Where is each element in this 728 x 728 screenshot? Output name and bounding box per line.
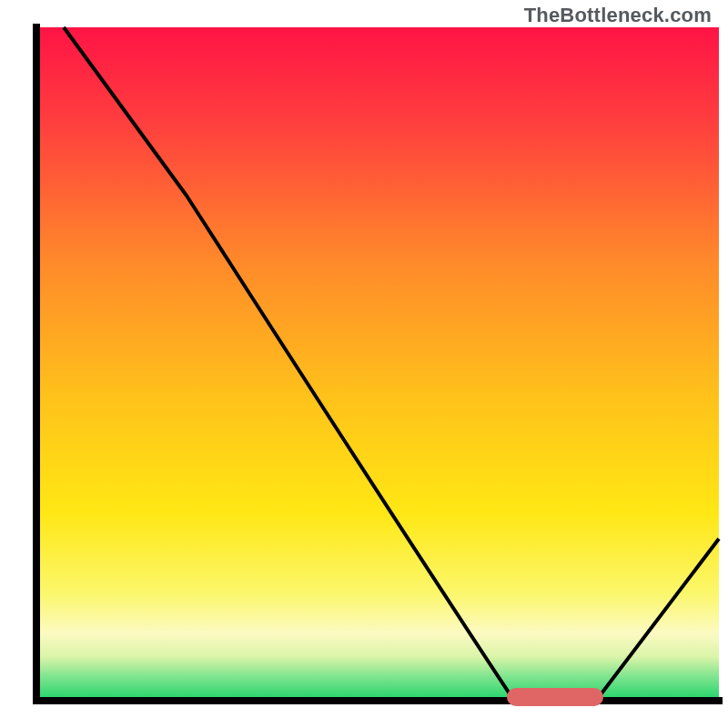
- watermark-text: TheBottleneck.com: [524, 4, 712, 27]
- chart-svg: [0, 0, 728, 728]
- chart-frame: TheBottleneck.com: [0, 0, 728, 728]
- highlight-segment: [507, 688, 603, 706]
